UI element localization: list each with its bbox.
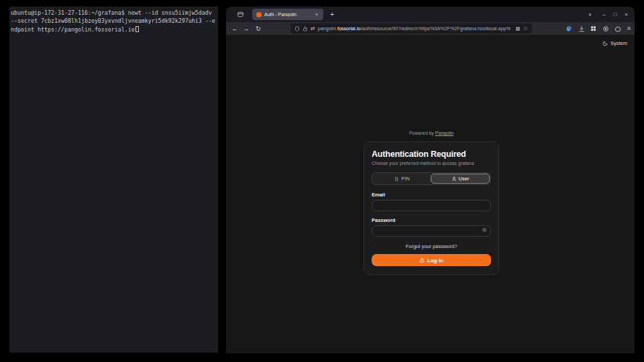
reload-icon[interactable]: ↻ — [253, 22, 264, 35]
login-lock-icon — [419, 257, 425, 263]
email-label: Email — [372, 192, 491, 198]
maximize-icon[interactable]: □ — [613, 12, 616, 17]
moon-icon — [602, 41, 608, 46]
tab-pin-label: PIN — [401, 176, 410, 182]
lock-icon[interactable] — [303, 26, 308, 32]
auth-method-tabs: PIN User — [372, 172, 491, 185]
auth-card: Authentication Required Choose your pref… — [364, 141, 499, 275]
page-content: System Powered by Pangolin Authenticatio… — [226, 35, 635, 353]
tab-close-icon[interactable]: × — [314, 11, 319, 17]
eye-icon[interactable] — [482, 227, 487, 233]
card-title: Authentication Required — [372, 149, 491, 159]
login-button[interactable]: Log in — [372, 254, 491, 266]
tab-auth-pangolin[interactable]: Auth - Pangolin × — [252, 9, 323, 20]
close-icon[interactable]: × — [625, 12, 628, 17]
back-icon[interactable]: ← — [229, 22, 240, 35]
terminal-cursor — [136, 26, 139, 32]
tab-bar: Auth - Pangolin × + ∨ – □ × — [226, 7, 635, 22]
download-icon[interactable] — [578, 25, 585, 32]
theme-toggle[interactable]: System — [602, 40, 627, 46]
containers-grid-icon[interactable] — [515, 26, 521, 32]
new-tab-button[interactable]: + — [330, 11, 334, 18]
powered-by-text: Powered by — [409, 131, 434, 135]
url-bar[interactable]: ⇄ pangolin.fossorial.io/auth/resource/90… — [290, 23, 532, 34]
login-button-label: Log in — [427, 257, 443, 263]
forgot-password-link[interactable]: Forgot your password? — [372, 243, 491, 249]
tab-list-chevron-icon[interactable]: ∨ — [588, 12, 592, 17]
pin-keypad-icon — [394, 176, 399, 182]
ublock-icon[interactable] — [566, 25, 572, 32]
window-controls: – □ × — [602, 12, 628, 17]
tab-user[interactable]: User — [431, 174, 490, 184]
password-wrap — [372, 223, 491, 237]
toolbar-extensions: ≡ — [566, 22, 631, 35]
terminal-line: ubuntu@ip-172-31-27-116:~/grafana$ newt … — [11, 9, 217, 17]
extension-circle-icon[interactable] — [602, 25, 609, 32]
url-path: /auth/resource/90?redirect=https%3A%2F%2… — [360, 25, 511, 32]
theme-toggle-label: System — [610, 40, 627, 46]
shield-icon[interactable] — [294, 26, 300, 32]
powered-by: Powered by Pangolin — [364, 131, 499, 135]
terminal-window[interactable]: ubuntu@ip-172-31-27-116:~/grafana$ newt … — [9, 7, 218, 353]
extensions-puzzle-icon[interactable] — [614, 25, 621, 32]
bookmark-star-icon[interactable]: ☆ — [523, 26, 528, 32]
terminal-line-text: ndpoint https://pangolin.fossorial.io — [11, 26, 135, 33]
url-text: pangolin.fossorial.io/auth/resource/90?r… — [318, 25, 513, 32]
user-icon — [451, 176, 457, 182]
url-subdomain: pangolin. — [318, 25, 337, 32]
navigation-toolbar: ← → ↻ ⇄ pangolin.fossorial.io/auth/resou… — [226, 22, 635, 35]
browser-window: Auth - Pangolin × + ∨ – □ × ← → ↻ — [226, 7, 635, 353]
minimize-icon[interactable]: – — [602, 12, 605, 17]
card-subtitle: Choose your preferred method to access g… — [372, 161, 491, 166]
password-label: Password — [372, 217, 491, 223]
swap-icon[interactable]: ⇄ — [311, 26, 315, 32]
pangolin-link[interactable]: Pangolin — [435, 131, 453, 135]
tab-pin[interactable]: PIN — [373, 174, 431, 184]
terminal-line: ndpoint https://pangolin.fossorial.io — [11, 25, 217, 34]
terminal-line: --secret 7cbz1xw08lh1jbzey03yxvndljvneam… — [11, 17, 217, 25]
email-field[interactable] — [372, 200, 491, 211]
forward-icon[interactable]: → — [241, 22, 252, 35]
pangolin-favicon-icon — [256, 12, 262, 17]
tab-title: Auth - Pangolin — [264, 12, 311, 17]
desktop: ubuntu@ip-172-31-27-116:~/grafana$ newt … — [0, 0, 644, 362]
menu-icon[interactable]: ≡ — [627, 25, 631, 32]
tab-user-label: User — [459, 176, 470, 182]
grid-icon[interactable] — [590, 25, 596, 32]
url-domain: fossorial.io — [337, 25, 360, 32]
firefox-view-icon[interactable] — [234, 9, 246, 20]
password-field[interactable] — [372, 225, 491, 237]
